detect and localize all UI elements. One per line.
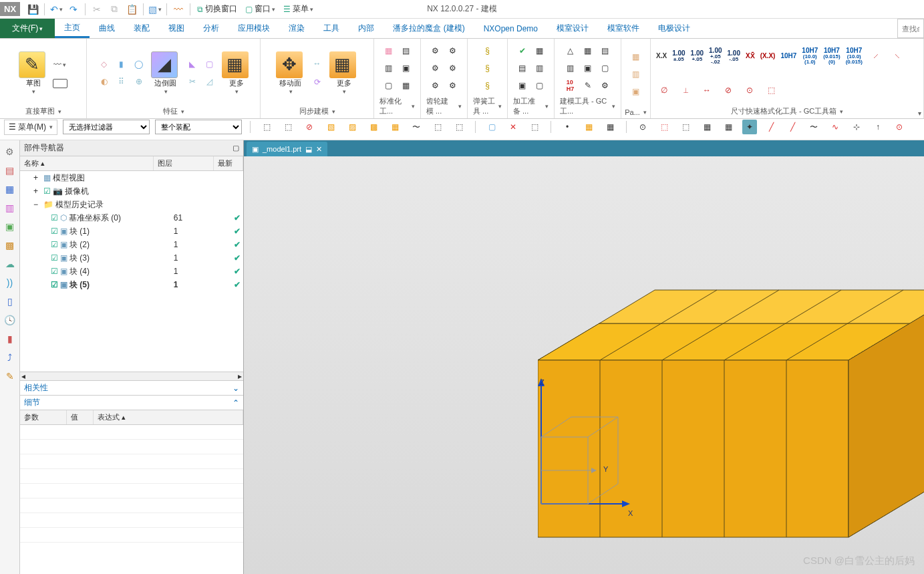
sel-i7[interactable]: 〜 xyxy=(409,120,424,134)
filter-combo-2[interactable]: 整个装配 xyxy=(155,120,242,134)
m1[interactable]: ✔ xyxy=(515,43,530,58)
m5[interactable]: ▣ xyxy=(515,78,530,93)
dim-format-button[interactable]: 1.00+.05 xyxy=(691,50,704,62)
dim-format-button[interactable]: X.X xyxy=(656,53,667,59)
sel-i12[interactable]: ▦ xyxy=(581,120,596,134)
menu-tab-13[interactable]: 电极设计 xyxy=(649,19,700,38)
chamfer-icon[interactable]: ◣ xyxy=(185,57,200,71)
i4[interactable]: ▣ xyxy=(399,61,414,76)
checkbox[interactable]: ☑ xyxy=(51,213,58,223)
gear5-icon[interactable]: ⚙ xyxy=(428,78,443,93)
g9[interactable]: ⚙ xyxy=(598,78,613,93)
gear-icon[interactable]: ⚙ xyxy=(428,43,443,58)
rail-i9[interactable]: ▮ xyxy=(4,333,16,345)
rail-i1[interactable]: ▤ xyxy=(4,164,16,176)
dim-format-button[interactable]: 10H7(10.0)(1.0) xyxy=(802,47,818,65)
m6[interactable]: ▢ xyxy=(532,78,547,93)
clock-icon[interactable]: 🕓 xyxy=(4,314,16,326)
window-button[interactable]: ▢窗口▾ xyxy=(241,2,279,16)
dim-format-button[interactable]: 10H7(0.015)(0) xyxy=(823,47,840,65)
sp10[interactable]: ∿ xyxy=(828,120,842,134)
sp5[interactable]: ▦ xyxy=(721,120,736,134)
g1[interactable]: △ xyxy=(563,43,578,58)
col-value[interactable]: 值 xyxy=(67,410,94,424)
rail-i6[interactable]: ☁ xyxy=(4,258,16,270)
rail-i10[interactable]: ⤴ xyxy=(4,351,16,364)
shell-icon[interactable]: ▢ xyxy=(202,57,217,71)
file-tab[interactable]: ▣ _model1.prt ⬓ ✕ xyxy=(247,142,327,156)
checkbox[interactable]: ☑ xyxy=(51,267,58,276)
rail-i3[interactable]: ▥ xyxy=(4,202,16,214)
i1[interactable]: ▦ xyxy=(381,43,396,58)
sp3[interactable]: ⬚ xyxy=(678,120,693,134)
spring1-icon[interactable]: § xyxy=(480,43,495,58)
sel-i8[interactable]: ⬚ xyxy=(430,120,445,134)
i2[interactable]: ▤ xyxy=(399,43,414,58)
menu-tab-2[interactable]: 装配 xyxy=(124,19,159,38)
hole-icon[interactable]: ◯ xyxy=(132,57,146,71)
menu-m-button[interactable]: ☰ 菜单(M) ▾ xyxy=(4,120,57,135)
g2[interactable]: ▦ xyxy=(581,43,595,58)
rail-i7[interactable]: )) xyxy=(4,277,16,289)
sel-i4[interactable]: ▨ xyxy=(345,120,359,134)
dim-tool-icon[interactable]: ⬚ xyxy=(764,83,778,98)
menu-tab-9[interactable]: 潘多拉的魔盒 (建模) xyxy=(383,19,474,38)
menu-tab-1[interactable]: 曲线 xyxy=(90,19,124,38)
dependency-section[interactable]: 相关性⌄ xyxy=(20,381,243,396)
command-search-input[interactable] xyxy=(897,19,924,38)
sel-i13[interactable]: ▦ xyxy=(603,120,617,134)
menu-tab-8[interactable]: 内部 xyxy=(349,19,383,38)
sel-i1[interactable]: ⬚ xyxy=(259,120,274,134)
spring3-icon[interactable]: § xyxy=(480,78,495,93)
dim-tool-icon[interactable]: ↔ xyxy=(700,83,714,98)
layer-icon[interactable]: ▢ xyxy=(484,120,499,134)
menu-tab-7[interactable]: 工具 xyxy=(314,19,349,38)
g6[interactable]: ▢ xyxy=(598,61,613,76)
move-face-button[interactable]: ✥ 移动面 ▾ xyxy=(276,51,305,95)
tree-row[interactable]: ☑▣块 (4)1✔ xyxy=(20,265,243,278)
sel-i6[interactable]: ▦ xyxy=(388,120,402,134)
tree-row[interactable]: +☑📷摄像机 xyxy=(20,184,243,198)
gear6-icon[interactable]: ⚙ xyxy=(446,78,460,93)
filter-combo-1[interactable]: 无选择过滤器 xyxy=(63,120,150,134)
dim-format-button[interactable]: 1.00+.05-.02 xyxy=(709,47,722,65)
expand-icon[interactable]: + xyxy=(33,186,41,196)
sp6[interactable]: ✦ xyxy=(742,120,757,134)
menu-tab-5[interactable]: 应用模块 xyxy=(228,19,279,38)
sp9[interactable]: 〜 xyxy=(806,120,821,134)
extrude-icon[interactable]: ▮ xyxy=(114,57,129,71)
copy-icon[interactable]: ⧉ xyxy=(108,3,121,16)
g4[interactable]: ▥ xyxy=(563,61,578,76)
sel-i2[interactable]: ⬚ xyxy=(281,120,295,134)
dim-tool-icon[interactable]: ⟍ xyxy=(890,49,905,63)
rail-i8[interactable]: ▯ xyxy=(4,295,16,307)
undo-icon[interactable]: ↶▾ xyxy=(49,3,63,16)
dim-tool-icon[interactable]: ⊘ xyxy=(721,83,736,98)
sp8[interactable]: ╱ xyxy=(785,120,800,134)
gear3-icon[interactable]: ⚙ xyxy=(428,61,443,76)
p2[interactable]: ▥ xyxy=(629,67,643,82)
menu-file[interactable]: 文件(F)▾ xyxy=(0,19,55,38)
m3[interactable]: ▤ xyxy=(515,61,530,76)
tree-row[interactable]: ☑▣块 (5)1✔ xyxy=(20,278,243,291)
i5[interactable]: ▢ xyxy=(381,78,396,93)
tree-row[interactable]: −📁模型历史记录 xyxy=(20,198,243,211)
ribbon-expand-icon[interactable]: ▾ xyxy=(918,110,921,117)
resize-icon[interactable]: ↔ xyxy=(310,56,325,71)
cube-icon[interactable]: ▧▾ xyxy=(148,3,162,16)
col-name[interactable]: 名称 ▴ xyxy=(20,156,154,170)
sel-i10[interactable]: ⬚ xyxy=(527,120,542,134)
gear4-icon[interactable]: ⚙ xyxy=(446,61,460,76)
expand-icon[interactable]: + xyxy=(33,173,41,182)
menu-tab-3[interactable]: 视图 xyxy=(159,19,194,38)
draft-icon[interactable]: ◿ xyxy=(202,74,217,89)
rail-i2[interactable]: ▦ xyxy=(4,183,16,195)
sp2[interactable]: ⬚ xyxy=(657,120,671,134)
trim-icon[interactable]: ✂ xyxy=(185,74,200,89)
dim-format-button[interactable]: 1.00-.05 xyxy=(728,50,740,62)
i6[interactable]: ▦ xyxy=(399,78,414,93)
feature-more-button[interactable]: ▦ 更多 ▾ xyxy=(222,51,251,95)
col-new[interactable]: 最新 xyxy=(214,156,243,170)
rail-i5[interactable]: ▩ xyxy=(4,239,16,251)
tree-row[interactable]: +▦模型视图 xyxy=(20,171,243,184)
